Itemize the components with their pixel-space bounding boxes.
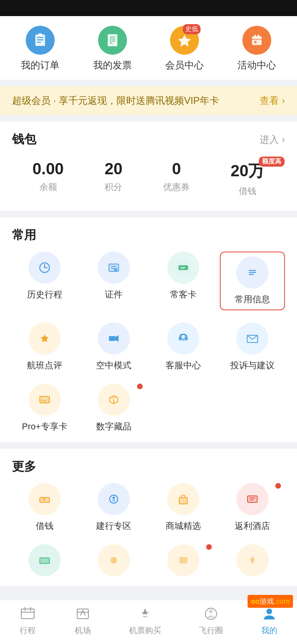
wallet-coupons[interactable]: 0 优惠券	[163, 160, 190, 197]
wallet-loan[interactable]: 20万 额度高 借钱	[231, 160, 265, 197]
svg-point-83	[209, 609, 213, 613]
mall-label: 商城精选	[166, 520, 201, 532]
borrow-money-icon: ¥	[29, 483, 61, 515]
pro-card-icon: Pro	[29, 384, 61, 416]
nav-trip[interactable]: 行程	[19, 605, 37, 636]
common-title: 常用	[12, 227, 36, 244]
more-item-partial-1[interactable]	[12, 544, 77, 576]
common-item-complaint[interactable]: 投诉与建议	[220, 322, 285, 372]
nav-fly-circle-label: 飞行圈	[199, 625, 223, 636]
airplane-mode-icon	[98, 322, 130, 355]
partial-icon-1	[29, 544, 61, 576]
more-item-return-hotel[interactable]: 返利酒店	[220, 483, 285, 532]
svg-marker-10	[178, 35, 191, 47]
more-title: 更多	[12, 458, 36, 475]
nav-mine-label: 我的	[261, 625, 277, 636]
digital-collectible-badge	[137, 384, 143, 389]
more-item-mall[interactable]: 商城精选	[151, 483, 216, 532]
more-item-partial-4[interactable]	[220, 544, 285, 576]
svg-text:VIP: VIP	[180, 266, 186, 270]
more-item-partial-2[interactable]	[81, 544, 146, 576]
nav-airport[interactable]: 机场	[74, 605, 92, 636]
common-item-airplane-mode[interactable]: 空中模式	[81, 322, 146, 372]
status-bar	[0, 0, 297, 16]
certificate-label: 证件	[105, 289, 123, 301]
orders-icon	[26, 26, 55, 55]
nav-mine[interactable]: 我的	[260, 605, 278, 636]
common-item-certificate[interactable]: ✓ 证件	[81, 252, 146, 310]
quick-action-orders[interactable]: 我的订单	[21, 26, 59, 72]
partial-icon-4	[236, 544, 268, 576]
svg-rect-11	[252, 36, 262, 45]
orders-label: 我的订单	[21, 59, 59, 72]
nav-fly-circle[interactable]: 飞行圈	[199, 605, 223, 636]
svg-rect-42	[186, 337, 188, 340]
svg-text:✓: ✓	[115, 269, 117, 271]
wallet-header: 钱包 进入 ›	[12, 131, 285, 148]
loan-label: 借钱	[239, 185, 256, 197]
quick-action-membership[interactable]: 史低 会员中心	[165, 26, 204, 72]
common-item-pro-card[interactable]: Pro Pro+专享卡	[12, 384, 77, 433]
frequent-flyer-label: 常客卡	[170, 289, 197, 301]
quick-actions-row: 我的订单 我的发票 史低 会员中心	[0, 16, 297, 80]
wallet-points[interactable]: 20 积分	[104, 160, 123, 197]
partial-icon-3	[167, 544, 199, 576]
partial-icon-2	[98, 544, 130, 576]
certificate-icon: ✓	[98, 252, 130, 284]
flight-review-icon	[29, 322, 61, 355]
points-label: 积分	[104, 181, 122, 193]
common-item-digital-collectible[interactable]: 数字藏品	[81, 384, 146, 433]
common-item-common-info[interactable]: 常用信息	[220, 252, 285, 310]
svg-rect-41	[179, 337, 181, 340]
history-trip-icon	[29, 252, 61, 284]
banner-link[interactable]: 查看 ›	[260, 94, 285, 107]
customer-service-label: 客服中心	[166, 359, 201, 372]
quick-action-activity[interactable]: 活动中心	[238, 26, 276, 72]
return-hotel-icon	[236, 483, 268, 515]
membership-label: 会员中心	[165, 59, 204, 72]
activity-icon	[242, 26, 271, 55]
banner-text: 超级会员 · 享千元返现，限时送腾讯视频VIP年卡	[12, 94, 219, 107]
more-item-ccb-zone[interactable]: 建行专区	[81, 483, 146, 532]
invoice-label: 我的发票	[93, 59, 132, 72]
common-item-history-trip[interactable]: 历史行程	[12, 252, 77, 310]
common-item-customer-service[interactable]: 客服中心	[151, 322, 216, 372]
complaint-label: 投诉与建议	[230, 359, 274, 372]
ccb-zone-label: 建行专区	[96, 520, 131, 532]
pro-card-label: Pro+专享卡	[22, 421, 68, 433]
svg-rect-76	[21, 609, 34, 619]
svg-rect-63	[248, 496, 257, 502]
more-section: 更多 ¥ 借钱	[0, 449, 297, 586]
borrow-money-label: 借钱	[36, 520, 53, 532]
wallet-title: 钱包	[12, 131, 36, 148]
more-item-borrow-money[interactable]: ¥ 借钱	[12, 483, 77, 532]
svg-rect-13	[258, 35, 259, 38]
partial-badge-3	[206, 544, 212, 550]
common-section: 常用 历史行程 ✓	[0, 217, 297, 442]
svg-rect-68	[40, 558, 49, 564]
svg-rect-15	[254, 41, 256, 43]
more-item-partial-3[interactable]	[151, 544, 216, 576]
wallet-stats: 0.00 余额 20 积分 0 优惠券 20万 额度高 借钱	[12, 156, 285, 201]
invoice-icon	[98, 26, 127, 55]
wallet-balance[interactable]: 0.00 余额	[33, 160, 64, 197]
svg-rect-35	[109, 336, 115, 341]
return-hotel-label: 返利酒店	[235, 520, 270, 532]
nav-airport-icon	[74, 605, 92, 623]
svg-rect-5	[108, 34, 117, 46]
balance-value: 0.00	[33, 160, 64, 178]
super-member-banner[interactable]: 超级会员 · 享千元返现，限时送腾讯视频VIP年卡 查看 ›	[0, 86, 297, 115]
svg-text:Pro: Pro	[41, 399, 46, 402]
nav-buy-ticket[interactable]: 机票购买	[129, 605, 161, 636]
membership-badge: 史低	[183, 24, 201, 34]
loan-badge: 额度高	[259, 157, 285, 167]
svg-point-57	[106, 491, 122, 507]
watermark: oo游戏.com	[248, 595, 293, 608]
quick-action-invoice[interactable]: 我的发票	[93, 26, 132, 72]
common-item-frequent-flyer[interactable]: VIP 常客卡	[151, 252, 216, 310]
common-item-flight-review[interactable]: 航班点评	[12, 322, 77, 372]
points-value: 20	[104, 160, 123, 178]
balance-label: 余额	[39, 181, 57, 193]
wallet-link[interactable]: 进入 ›	[260, 133, 285, 146]
common-info-icon	[236, 256, 268, 289]
